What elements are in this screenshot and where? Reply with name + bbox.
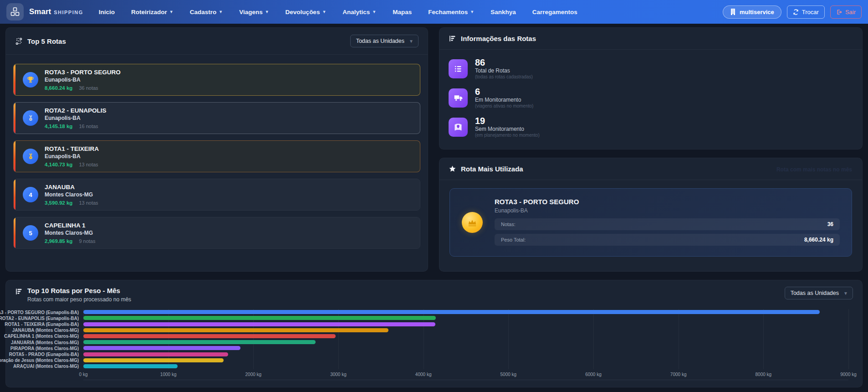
stat-sublabel: (todas as rotas cadastradas): [475, 74, 533, 79]
rank-number-badge: 5: [23, 225, 38, 241]
stat-value: 6: [475, 87, 533, 97]
logout-button[interactable]: Sair: [830, 5, 862, 19]
company-badge[interactable]: multiservice: [723, 5, 781, 19]
route-info-title: Informações das Rotas: [461, 35, 536, 42]
chart-bar[interactable]: [83, 322, 435, 326]
chart-bar[interactable]: [83, 346, 240, 350]
nav-item-label: Cadastro: [190, 9, 217, 15]
bar-chart-icon: [449, 35, 456, 42]
route-name: JANAUBA: [45, 184, 98, 191]
chart-category-label: ROTA3 - PORTO SEGURO (Eunapolis-BA): [0, 309, 79, 315]
nav-item-sankhya[interactable]: Sankhya: [490, 9, 516, 15]
chart-bar[interactable]: [83, 340, 316, 344]
route-card-body: JANAUBAMontes Claros-MG3,590.92 kg13 not…: [45, 184, 98, 206]
chart-bar[interactable]: [83, 310, 820, 314]
nav-item-fechamentos[interactable]: Fechamentos▼: [428, 9, 474, 15]
chart-subtitle: Rotas com maior peso processado no mês: [27, 296, 131, 303]
nav-item-viagens[interactable]: Viagens▼: [239, 9, 269, 15]
featured-stat-value: 36: [827, 221, 833, 227]
chart-gridline: [848, 309, 849, 369]
top-navbar: SmartSHIPPING InícioRoteirizador▼Cadastr…: [0, 0, 868, 24]
chart-category-label: ROTA2 - EUNAPOLIS (Eunapolis-BA): [0, 315, 79, 320]
top5-unit-filter[interactable]: Todas as Unidades▼: [350, 35, 419, 47]
stat-value: 19: [475, 116, 540, 126]
nav-item-label: Analytics: [342, 9, 370, 15]
nav-item-analytics[interactable]: Analytics▼: [342, 9, 376, 15]
route-unit: Eunapolis-BA: [45, 153, 99, 160]
chart-category-label: CAPELINHA 1 (Montes Claros-MG): [4, 334, 79, 339]
featured-stat-row: Notas:36: [495, 218, 840, 230]
route-weight: 4,140.73 kg: [45, 162, 72, 167]
route-card-rank-4[interactable]: 4JANAUBAMontes Claros-MG3,590.92 kg13 no…: [13, 179, 420, 211]
crown-icon: [462, 212, 483, 233]
featured-stat-label: Peso Total:: [501, 237, 526, 242]
chart-plot-area: [83, 309, 848, 369]
bar-chart: ROTA3 - PORTO SEGURO (Eunapolis-BA)ROTA2…: [6, 309, 862, 380]
stat-label: Total de Rotas: [475, 67, 533, 74]
nav-item-mapas[interactable]: Mapas: [393, 9, 412, 15]
featured-stat-row: Peso Total:8,660.24 kg: [495, 234, 840, 246]
route-card-body: ROTA2 - EUNAPOLISEunapolis-BA4,145.18 kg…: [45, 107, 107, 129]
route-meta: 8,660.24 kg36 notas: [45, 85, 121, 91]
route-name: ROTA1 - TEIXEIRA: [45, 145, 99, 152]
most-used-route-card[interactable]: ROTA3 - PORTO SEGURO Eunapolis-BA Notas:…: [449, 188, 852, 257]
stat-text: 19Sem Monitoramento(em planejamento no m…: [475, 116, 540, 138]
chart-bar[interactable]: [83, 328, 388, 332]
nav-item-roteirizador[interactable]: Roteirizador▼: [131, 9, 174, 15]
chevron-down-icon: ▼: [470, 10, 474, 14]
nav-item-label: Fechamentos: [428, 9, 468, 15]
nav-item-label: Sankhya: [490, 9, 516, 15]
list-icon: [449, 59, 468, 78]
chart-bar[interactable]: [83, 334, 336, 338]
axis-tick-label: 2000 kg: [245, 372, 262, 377]
route-card-rank-5[interactable]: 5CAPELINHA 1Montes Claros-MG2,969.85 kg9…: [13, 217, 420, 249]
chart-bar[interactable]: [83, 364, 178, 368]
top5-title: Top 5 Rotas: [27, 37, 66, 45]
chevron-down-icon: ▼: [372, 10, 376, 14]
top5-routes-panel: Top 5 Rotas Todas as Unidades▼ ROTA3 - P…: [5, 27, 428, 272]
brand[interactable]: SmartSHIPPING: [6, 3, 83, 21]
chart-bar[interactable]: [83, 352, 228, 356]
switch-button[interactable]: Trocar: [787, 5, 825, 19]
chevron-down-icon: ▼: [843, 291, 848, 296]
route-notes-count: 13 notas: [79, 162, 98, 167]
featured-stat-label: Notas:: [501, 222, 516, 227]
route-card-body: ROTA3 - PORTO SEGUROEunapolis-BA8,660.24…: [45, 69, 121, 91]
rank-color-strip: [14, 64, 15, 95]
stat-label: Sem Monitoramento: [475, 126, 540, 132]
route-card-rank-1[interactable]: ROTA3 - PORTO SEGUROEunapolis-BA8,660.24…: [13, 64, 420, 96]
app-logo-icon: [6, 3, 24, 21]
nav-item-label: Roteirizador: [131, 9, 167, 15]
axis-tick-label: 7000 kg: [670, 372, 687, 377]
chart-bar[interactable]: [83, 358, 224, 362]
route-card-rank-2[interactable]: ROTA2 - EUNAPOLISEunapolis-BA4,145.18 kg…: [13, 102, 420, 134]
chart-category-label: ROTA5 - PRADO (Eunapolis-BA): [9, 352, 79, 357]
route-name: ROTA3 - PORTO SEGURO: [45, 69, 121, 76]
nav-item-inicio[interactable]: Início: [99, 9, 115, 15]
stat-sublabel: (em planejamento no momento): [475, 133, 540, 138]
nav-menu: InícioRoteirizador▼Cadastro▼Viagens▼Devo…: [99, 9, 723, 15]
route-meta: 3,590.92 kg13 notas: [45, 200, 98, 206]
nav-item-cadastro[interactable]: Cadastro▼: [190, 9, 223, 15]
axis-tick-label: 8000 kg: [756, 372, 772, 377]
brand-name: SmartSHIPPING: [29, 7, 83, 16]
chart-category-label: ROTA1 - TEIXEIRA (Eunapolis-BA): [5, 322, 79, 327]
route-unit: Eunapolis-BA: [45, 115, 107, 121]
route-meta: 2,969.85 kg9 notas: [45, 238, 95, 244]
nav-item-carregamentos[interactable]: Carregamentos: [532, 9, 577, 15]
route-name: ROTA2 - EUNAPOLIS: [45, 107, 107, 114]
route-weight: 2,969.85 kg: [45, 238, 72, 244]
navbar-actions: multiservice Trocar Sair: [723, 5, 862, 19]
route-card-rank-3[interactable]: ROTA1 - TEIXEIRAEunapolis-BA4,140.73 kg1…: [13, 140, 420, 172]
route-notes-count: 13 notas: [79, 200, 98, 206]
axis-tick-label: 6000 kg: [585, 372, 602, 377]
rank-color-strip: [14, 103, 15, 134]
truck-icon: [449, 88, 468, 108]
chart-unit-filter[interactable]: Todas as Unidades▼: [785, 287, 853, 299]
chart-bar[interactable]: [83, 316, 436, 320]
stat-item: 86Total de Rotas(todas as rotas cadastra…: [449, 58, 853, 79]
map-icon: [449, 118, 468, 137]
nav-item-devolucoes[interactable]: Devoluções▼: [286, 9, 327, 15]
chevron-down-icon: ▼: [265, 10, 269, 14]
stat-item: 19Sem Monitoramento(em planejamento no m…: [449, 116, 853, 138]
